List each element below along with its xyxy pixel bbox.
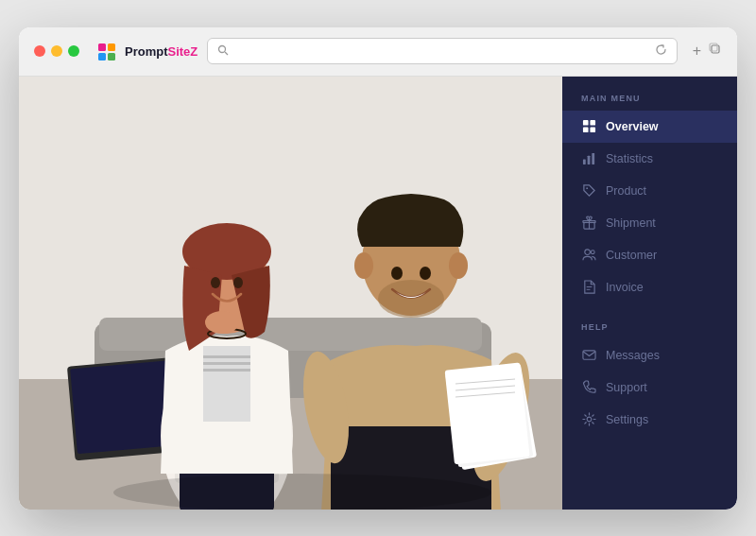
svg-point-34 xyxy=(420,267,431,280)
svg-rect-19 xyxy=(203,355,250,358)
svg-rect-0 xyxy=(98,43,106,51)
help-label: HELP xyxy=(562,322,737,332)
svg-rect-50 xyxy=(592,153,594,164)
logo-area: PromptSiteZ xyxy=(96,40,198,62)
close-button[interactable] xyxy=(34,45,45,57)
svg-point-27 xyxy=(205,311,239,334)
svg-rect-47 xyxy=(590,127,595,132)
new-tab-button[interactable]: + xyxy=(693,43,701,60)
svg-point-32 xyxy=(378,280,444,318)
browser-chrome: PromptSiteZ + xyxy=(19,27,737,77)
sidebar-item-settings[interactable]: Settings xyxy=(562,404,737,436)
sidebar-item-product[interactable]: Product xyxy=(562,175,737,207)
svg-rect-46 xyxy=(582,127,588,132)
duplicate-button[interactable] xyxy=(709,43,722,60)
users-icon xyxy=(581,248,596,263)
gear-icon xyxy=(581,412,596,427)
minimize-button[interactable] xyxy=(51,45,62,57)
svg-rect-39 xyxy=(445,362,530,464)
grid-icon xyxy=(581,119,596,134)
svg-point-35 xyxy=(354,252,373,279)
svg-rect-48 xyxy=(582,159,585,164)
svg-point-56 xyxy=(591,251,594,254)
svg-rect-59 xyxy=(582,351,594,359)
svg-point-25 xyxy=(233,277,243,288)
bar-chart-icon xyxy=(581,151,596,166)
svg-point-55 xyxy=(584,250,590,255)
svg-rect-49 xyxy=(587,156,590,164)
svg-point-36 xyxy=(449,252,468,279)
svg-point-60 xyxy=(587,417,592,422)
file-icon xyxy=(581,280,596,295)
svg-rect-2 xyxy=(98,53,106,61)
svg-line-5 xyxy=(225,52,228,55)
svg-rect-44 xyxy=(582,120,588,126)
maximize-button[interactable] xyxy=(68,45,79,57)
svg-point-51 xyxy=(586,187,588,189)
tag-icon xyxy=(581,183,596,199)
sidebar-item-shipment-label: Shipment xyxy=(606,216,656,230)
sidebar-item-shipment[interactable]: Shipment xyxy=(562,207,737,239)
main-menu-label: MAIN MENU xyxy=(562,94,737,103)
logo-text: PromptSiteZ xyxy=(125,44,198,59)
reload-icon[interactable] xyxy=(655,43,667,59)
sidebar-item-invoice[interactable]: Invoice xyxy=(562,271,737,303)
sidebar-item-invoice-label: Invoice xyxy=(606,281,644,294)
svg-rect-7 xyxy=(710,43,717,51)
sidebar-item-customer[interactable]: Customer xyxy=(562,239,737,271)
sidebar-item-messages-label: Messages xyxy=(606,349,660,362)
traffic-lights xyxy=(34,45,79,57)
sidebar-item-overview-label: Overview xyxy=(606,120,659,133)
sidebar-item-support-label: Support xyxy=(606,381,647,394)
sidebar-item-statistics-label: Statistics xyxy=(606,152,653,165)
gift-icon xyxy=(581,216,596,231)
sidebar-item-overview[interactable]: Overview xyxy=(562,111,737,143)
browser-actions: + xyxy=(693,43,722,60)
phone-icon xyxy=(581,380,596,395)
address-bar[interactable] xyxy=(207,38,677,64)
sidebar-item-customer-label: Customer xyxy=(606,249,657,262)
svg-rect-21 xyxy=(203,369,250,372)
browser-content: MAIN MENU Overview xyxy=(19,77,737,510)
hero-image xyxy=(19,77,562,510)
sidebar-item-support[interactable]: Support xyxy=(562,372,737,404)
svg-point-24 xyxy=(211,277,220,288)
hero-area xyxy=(19,77,562,510)
svg-rect-45 xyxy=(590,120,595,126)
sidebar-item-settings-label: Settings xyxy=(606,413,648,426)
sidebar-item-statistics[interactable]: Statistics xyxy=(562,143,737,175)
sidebar-item-messages[interactable]: Messages xyxy=(562,339,737,372)
mail-icon xyxy=(581,348,596,363)
browser-window: PromptSiteZ + xyxy=(19,27,737,510)
svg-rect-6 xyxy=(712,45,719,53)
svg-point-33 xyxy=(391,267,403,280)
svg-point-4 xyxy=(219,45,226,52)
svg-rect-20 xyxy=(203,362,250,365)
sidebar: MAIN MENU Overview xyxy=(562,77,737,510)
svg-rect-3 xyxy=(108,53,115,61)
search-icon xyxy=(217,44,229,59)
svg-rect-1 xyxy=(108,43,115,51)
logo-icon xyxy=(96,40,119,62)
sidebar-item-product-label: Product xyxy=(606,184,646,198)
